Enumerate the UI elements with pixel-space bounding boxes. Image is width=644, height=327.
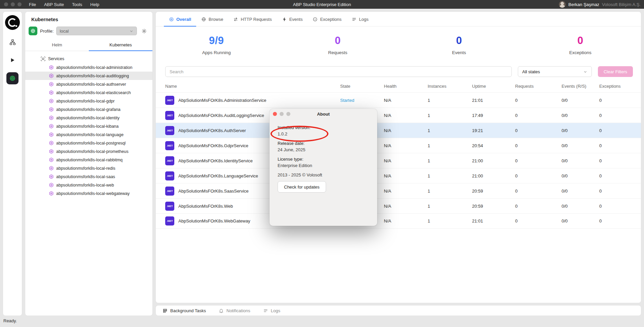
- close-button[interactable]: [4, 2, 8, 6]
- state-filter-select[interactable]: All states: [518, 66, 592, 77]
- service-item-abpsolutionmsfork8s-local-postgresql[interactable]: abpsolutionmsfork8s-local-postgresql: [25, 139, 152, 147]
- kubernetes-nav-icon[interactable]: [6, 72, 19, 84]
- service-item-abpsolutionmsfork8s-local-kibana[interactable]: abpsolutionmsfork8s-local-kibana: [25, 122, 152, 130]
- service-item-abpsolutionmsfork8s-local-prometheus[interactable]: abpsolutionmsfork8s-local-prometheus: [25, 147, 152, 156]
- table-row[interactable]: .NETAbpSolutionMsFOrK8s.IdentityServiceN…: [156, 153, 641, 168]
- cell-uptime: 21:01: [472, 98, 515, 103]
- stat-exceptions: 0Exceptions: [520, 35, 641, 55]
- abp-logo[interactable]: [5, 15, 20, 30]
- service-item-abpsolutionmsfork8s-local-elasticsearch[interactable]: abpsolutionmsfork8s-local-elasticsearch: [25, 88, 152, 97]
- stat-requests: 0Requests: [277, 35, 399, 55]
- service-item-abpsolutionmsfork8s-local-authserver[interactable]: abpsolutionmsfork8s-local-authserver: [25, 80, 152, 88]
- check-updates-button[interactable]: Check for updates: [278, 181, 326, 193]
- bottom-bar-logs[interactable]: Logs: [263, 308, 280, 313]
- tab-overall[interactable]: Overall: [164, 17, 196, 27]
- tree-root-services[interactable]: Services: [25, 54, 152, 63]
- cell-requests: 0: [515, 189, 562, 194]
- dialog-titlebar: About: [270, 109, 377, 119]
- cell-requests: 0: [515, 113, 562, 118]
- tab-logs[interactable]: Logs: [347, 17, 373, 27]
- column-requests: Requests: [515, 84, 562, 89]
- menu-file[interactable]: File: [29, 2, 36, 7]
- service-item-abpsolutionmsfork8s-local-administration[interactable]: abpsolutionmsfork8s-local-administration: [25, 63, 152, 72]
- table-row[interactable]: .NETAbpSolutionMsFOrK8s.GdprServiceN/A12…: [156, 138, 641, 153]
- cell-exceptions: 0: [599, 128, 641, 133]
- service-item-abpsolutionmsfork8s-local-saas[interactable]: abpsolutionmsfork8s-local-saas: [25, 172, 152, 181]
- service-label: abpsolutionmsfork8s-local-grafana: [56, 107, 120, 112]
- table-row[interactable]: .NETAbpSolutionMsFOrK8s.AuthServerN/A119…: [156, 123, 641, 138]
- service-item-abpsolutionmsfork8s-local-webgateway[interactable]: abpsolutionmsfork8s-local-webgateway: [25, 189, 152, 198]
- avatar: [559, 1, 566, 8]
- menu-help[interactable]: Help: [90, 2, 99, 7]
- menu-tools[interactable]: Tools: [72, 2, 82, 7]
- table-row[interactable]: .NETAbpSolutionMsFOrK8s.AuditLoggingServ…: [156, 108, 641, 123]
- service-item-abpsolutionmsfork8s-local-redis[interactable]: abpsolutionmsfork8s-local-redis: [25, 164, 152, 172]
- dialog-title: About: [270, 112, 377, 117]
- service-item-abpsolutionmsfork8s-local-web[interactable]: abpsolutionmsfork8s-local-web: [25, 181, 152, 189]
- dotnet-badge: .NET: [165, 96, 174, 105]
- tab-exceptions[interactable]: Exceptions: [308, 17, 347, 27]
- services-icon: [40, 56, 46, 62]
- sidebar-tab-kubernetes[interactable]: Kubernetes: [89, 40, 152, 51]
- service-item-abpsolutionmsfork8s-local-identity[interactable]: abpsolutionmsfork8s-local-identity: [25, 114, 152, 122]
- cell-uptime: 21:00: [472, 158, 515, 163]
- dotnet-badge: .NET: [165, 111, 174, 120]
- sidebar-tab-helm[interactable]: Helm: [25, 40, 89, 51]
- cell-requests: 0: [515, 98, 562, 103]
- cell-instances: 1: [428, 143, 472, 148]
- column-state: State: [340, 84, 384, 89]
- column-instances: Instances: [428, 84, 472, 89]
- kubernetes-service-icon: [49, 115, 54, 120]
- table-row[interactable]: .NETAbpSolutionMsFOrK8s.WebGatewayN/A121…: [156, 213, 641, 229]
- profile-label: Profile:: [40, 29, 53, 34]
- run-icon[interactable]: [6, 54, 19, 66]
- tab-browse[interactable]: Browse: [196, 17, 228, 27]
- service-label: abpsolutionmsfork8s-local-gdpr: [56, 99, 115, 104]
- dotnet-badge: .NET: [165, 187, 174, 196]
- maximize-button[interactable]: [17, 2, 22, 6]
- table-row[interactable]: .NETAbpSolutionMsFOrK8s.AdministrationSe…: [156, 92, 641, 108]
- dotnet-badge: .NET: [165, 202, 174, 211]
- chevron-down-icon: [129, 29, 134, 33]
- dialog-body: Installed version: 1.0.2 Release date: 2…: [270, 119, 377, 193]
- table-row[interactable]: .NETAbpSolutionMsFOrK8s.SaasServiceN/A12…: [156, 183, 641, 198]
- cell-exceptions: 0: [599, 218, 641, 223]
- service-item-abpsolutionmsfork8s-local-rabbitmq[interactable]: abpsolutionmsfork8s-local-rabbitmq: [25, 156, 152, 164]
- kubernetes-panel: Kubernetes Profile: local HelmKubernetes…: [25, 11, 153, 316]
- stat-value: 0: [398, 35, 520, 47]
- service-item-abpsolutionmsfork8s-local-gdpr[interactable]: abpsolutionmsfork8s-local-gdpr: [25, 97, 152, 105]
- stat-value: 0: [277, 35, 399, 47]
- dialog-close-button[interactable]: [273, 112, 277, 116]
- kubernetes-service-icon: [49, 65, 54, 70]
- tab-events[interactable]: Events: [277, 17, 308, 27]
- bottom-bar: Background TasksNotificationsLogs: [155, 305, 641, 316]
- titlebar: FileABP SuiteToolsHelp ABP Studio Enterp…: [0, 0, 644, 9]
- service-item-abpsolutionmsfork8s-local-auditlogging[interactable]: abpsolutionmsfork8s-local-auditlogging: [25, 72, 152, 80]
- user-info[interactable]: Berkan Şaşmaz Volosoft Bilişim A.Ş.: [559, 1, 641, 8]
- search-input[interactable]: [165, 66, 512, 77]
- minimize-button[interactable]: [11, 2, 15, 6]
- bottom-bar-background-tasks[interactable]: Background Tasks: [163, 308, 206, 313]
- cell-requests: 0: [515, 173, 562, 178]
- service-item-abpsolutionmsfork8s-local-grafana[interactable]: abpsolutionmsfork8s-local-grafana: [25, 105, 152, 114]
- table-row[interactable]: .NETAbpSolutionMsFOrK8s.LanguageServiceN…: [156, 168, 641, 183]
- cell-health: N/A: [384, 143, 428, 148]
- table-row[interactable]: .NETAbpSolutionMsFOrK8s.WebN/A120:5900/0…: [156, 198, 641, 213]
- kubernetes-service-icon: [49, 191, 54, 196]
- solution-explorer-icon[interactable]: [6, 36, 19, 48]
- cell-name: .NETAbpSolutionMsFOrK8s.AdministrationSe…: [165, 96, 340, 105]
- service-label: abpsolutionmsfork8s-local-prometheus: [56, 149, 129, 154]
- clear-filters-button[interactable]: Clear Filters: [598, 66, 633, 77]
- tab-http-requests[interactable]: HTTP Requests: [228, 17, 277, 27]
- menu-abp-suite[interactable]: ABP Suite: [44, 2, 64, 7]
- kubernetes-service-icon: [49, 98, 54, 104]
- settings-gear-button[interactable]: [140, 28, 148, 34]
- about-dialog: About Installed version: 1.0.2 Release d…: [270, 109, 377, 226]
- bottom-bar-notifications[interactable]: Notifications: [219, 308, 250, 313]
- profile-select[interactable]: local: [56, 27, 137, 35]
- bottom-bar-label: Background Tasks: [170, 308, 206, 313]
- service-item-abpsolutionmsfork8s-local-language[interactable]: abpsolutionmsfork8s-local-language: [25, 130, 152, 139]
- app-name: AbpSolutionMsFOrK8s.SaasService: [178, 189, 249, 194]
- info-icon: [313, 17, 318, 22]
- cell-exceptions: 0: [599, 204, 641, 209]
